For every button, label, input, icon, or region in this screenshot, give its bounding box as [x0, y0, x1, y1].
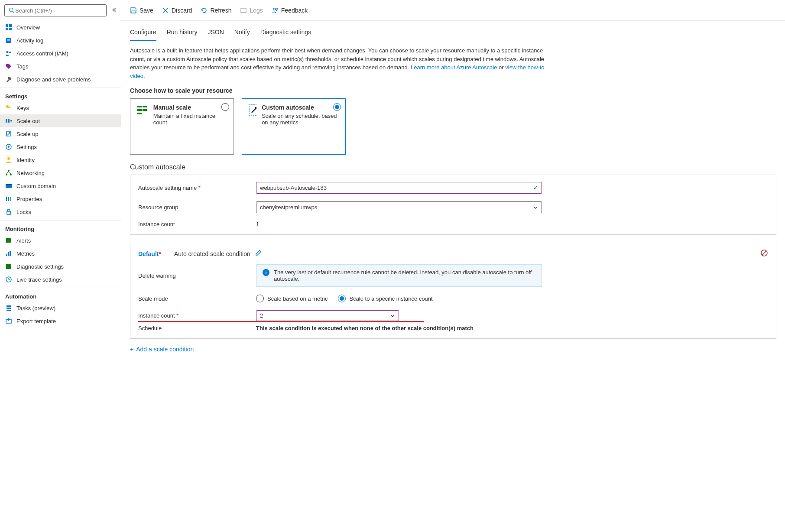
- nav-alerts[interactable]: Alerts: [0, 234, 121, 247]
- discard-button[interactable]: Discard: [162, 7, 192, 14]
- nav-label: Access control (IAM): [16, 50, 68, 57]
- intro-part2: or: [499, 64, 505, 71]
- main-content: Save Discard Refresh Logs Feedback Confi…: [121, 0, 785, 532]
- tab-run-history[interactable]: Run history: [167, 26, 198, 41]
- nav-custom-domain[interactable]: Custom domain: [0, 179, 121, 192]
- scale-condition-panel: Default* Auto created scale condition De…: [130, 242, 776, 339]
- nav-activity-log[interactable]: Activity log: [0, 34, 121, 47]
- svg-rect-42: [132, 11, 135, 13]
- setting-name-label: Autoscale setting name *: [138, 185, 256, 191]
- scale-mode-label: Scale mode: [138, 295, 256, 302]
- autoscale-settings-panel: Autoscale setting name * webpubsub-Autos…: [130, 175, 776, 235]
- tag-icon: [5, 63, 12, 70]
- radio-scale-specific[interactable]: Scale to a specific instance count: [338, 295, 432, 302]
- card-custom-autoscale[interactable]: Custom autoscale Scale on any schedule, …: [242, 98, 346, 155]
- nav-locks[interactable]: Locks: [0, 205, 121, 218]
- nav-keys[interactable]: Keys: [0, 101, 121, 114]
- feedback-button[interactable]: Feedback: [272, 7, 308, 14]
- nav-identity[interactable]: Identity: [0, 153, 121, 166]
- radio-scale-metric[interactable]: Scale based on a metric: [256, 295, 328, 302]
- nav-settings[interactable]: Settings: [0, 140, 121, 153]
- metrics-icon: [5, 250, 12, 257]
- save-button[interactable]: Save: [130, 7, 153, 14]
- svg-rect-29: [7, 211, 10, 214]
- edit-condition-icon[interactable]: [255, 250, 262, 258]
- search-input[interactable]: [15, 7, 103, 14]
- search-box[interactable]: [4, 4, 107, 16]
- nav-label: Locks: [16, 209, 31, 215]
- cond-instance-count-select[interactable]: 2: [256, 310, 399, 321]
- nav-tasks[interactable]: Tasks (preview): [0, 302, 121, 315]
- setting-name-value: webpubsub-Autoscale-183: [260, 185, 327, 191]
- nav-access-control[interactable]: Access control (IAM): [0, 47, 121, 60]
- nav-properties[interactable]: Properties: [0, 192, 121, 205]
- nav-label: Activity log: [16, 37, 43, 44]
- nav-label: Overview: [16, 24, 40, 31]
- tab-json[interactable]: JSON: [208, 26, 224, 41]
- tab-configure[interactable]: Configure: [130, 26, 156, 41]
- clock-icon: [5, 276, 12, 283]
- nav-group-monitoring: Monitoring: [0, 220, 121, 234]
- diag-icon: [5, 263, 12, 270]
- refresh-label: Refresh: [210, 7, 231, 14]
- nav-label: Diagnostic settings: [16, 263, 64, 270]
- manual-scale-icon: [136, 104, 148, 116]
- gear-icon: [5, 143, 12, 150]
- nav-diag-settings[interactable]: Diagnostic settings: [0, 260, 121, 273]
- svg-point-18: [7, 157, 10, 160]
- svg-rect-48: [143, 106, 147, 107]
- condition-title: Default*: [138, 250, 161, 257]
- svg-rect-13: [6, 119, 7, 123]
- nav-scale-out[interactable]: Scale out: [0, 114, 121, 127]
- radio-custom[interactable]: [333, 103, 341, 111]
- resource-group-label: Resource group: [138, 204, 256, 211]
- nav-overview[interactable]: Overview: [0, 21, 121, 34]
- resource-group-select[interactable]: chenyltestpremiumwps: [256, 201, 542, 213]
- svg-rect-2: [6, 24, 8, 27]
- nav-networking[interactable]: Networking: [0, 166, 121, 179]
- svg-rect-6: [6, 38, 11, 43]
- collapse-sidebar-icon[interactable]: [112, 7, 117, 14]
- info-box: i The very last or default recurrence ru…: [256, 264, 542, 287]
- feedback-icon: [272, 7, 279, 14]
- scale-up-icon: [5, 130, 12, 137]
- nav-scale-up[interactable]: Scale up: [0, 127, 121, 140]
- radio-manual[interactable]: [221, 103, 229, 111]
- nav-diagnose[interactable]: Diagnose and solve problems: [0, 73, 121, 86]
- nav-tags[interactable]: Tags: [0, 60, 121, 73]
- tasks-icon: [5, 305, 12, 311]
- nav-metrics[interactable]: Metrics: [0, 247, 121, 260]
- instance-count-value: 1: [256, 221, 768, 227]
- scale-cards: Manual scale Maintain a fixed instance c…: [130, 98, 776, 155]
- row-schedule: Schedule This scale condition is execute…: [138, 325, 768, 331]
- setting-name-input[interactable]: webpubsub-Autoscale-183 ✓: [256, 182, 542, 194]
- card-manual-scale[interactable]: Manual scale Maintain a fixed instance c…: [130, 98, 234, 155]
- logs-label: Logs: [250, 7, 263, 14]
- intro-link-learn[interactable]: Learn more about Azure Autoscale: [411, 64, 497, 71]
- add-condition-label: Add a scale condition: [136, 346, 194, 353]
- svg-rect-12: [8, 107, 11, 108]
- scale-mode-radio-group: Scale based on a metric Scale to a speci…: [256, 295, 768, 302]
- nav-label: Metrics: [16, 250, 35, 257]
- delete-condition-icon[interactable]: [760, 249, 768, 258]
- custom-autoscale-heading: Custom autoscale: [130, 163, 776, 171]
- search-icon: [8, 7, 15, 14]
- condition-subtitle: Auto created scale condition: [174, 250, 250, 257]
- svg-rect-52: [249, 105, 256, 115]
- schedule-label: Schedule: [138, 325, 256, 331]
- svg-rect-31: [6, 254, 7, 256]
- people-icon: [5, 50, 12, 57]
- svg-line-54: [762, 251, 766, 255]
- refresh-button[interactable]: Refresh: [201, 7, 231, 14]
- tab-diag[interactable]: Diagnostic settings: [260, 26, 311, 41]
- add-scale-condition-link[interactable]: + Add a scale condition: [130, 346, 776, 353]
- content-area: Autoscale is a built-in feature that hel…: [121, 41, 785, 358]
- nav-export[interactable]: Export template: [0, 315, 121, 328]
- networking-icon: [5, 169, 12, 176]
- check-icon: ✓: [533, 185, 538, 191]
- tab-notify[interactable]: Notify: [234, 26, 250, 41]
- row-cond-instance-count: Instance count * 2: [138, 310, 768, 321]
- wrench-icon: [5, 76, 12, 83]
- nav-live-trace[interactable]: Live trace settings: [0, 273, 121, 286]
- scale-out-icon: [5, 117, 12, 124]
